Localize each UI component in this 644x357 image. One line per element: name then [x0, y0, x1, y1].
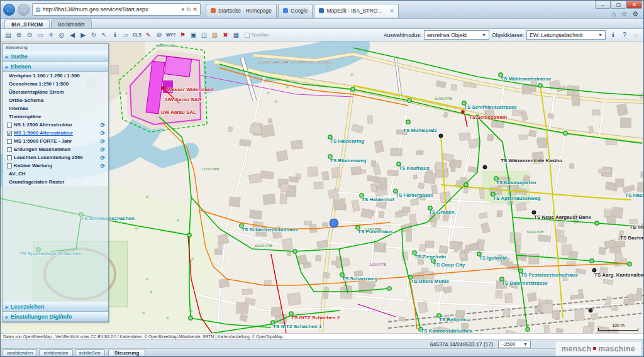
maximize-button[interactable]: ▢ [611, 1, 626, 9]
chart-columns-icon[interactable]: ▥ [210, 30, 220, 40]
home-icon[interactable]: ⌂ [612, 10, 616, 18]
full-extent-icon[interactable]: ◎ [57, 30, 67, 40]
print-icon[interactable]: ▣ [189, 30, 199, 40]
url-text[interactable]: http://iba138/mum.geo.services/Start.asp… [43, 6, 180, 13]
objektklasse-label: Objektklasse: [492, 32, 524, 38]
app-tab-row: IBA_STROMBookmarks [1, 19, 643, 29]
panel-title: Steuerung [3, 44, 108, 52]
layer-checkbox-icon[interactable] [7, 139, 12, 144]
refresh-icon[interactable]: ↻ [186, 6, 191, 13]
back-button[interactable]: ← [3, 4, 15, 16]
auswahlmodus-dropdown[interactable]: einzelnes Objekt▼ [424, 30, 489, 40]
help-icon[interactable]: ? [619, 30, 630, 40]
tab-close-icon[interactable]: ✕ [390, 8, 394, 14]
scale-dropdown[interactable]: ~2500▼ [498, 341, 531, 348]
close-button[interactable]: ✕ [626, 1, 642, 9]
browser-titlebar: ← → ▤ http://iba138/mum.geo.services/Sta… [1, 1, 643, 19]
browser-tab-google[interactable]: Google [278, 4, 313, 18]
zoom-in-icon[interactable]: ⊕ [14, 30, 24, 40]
expand-arrow-icon: ▸ [6, 314, 8, 320]
address-bar[interactable]: ▤ http://iba138/mum.geo.services/Start.a… [32, 3, 201, 16]
app-tab-iba-strom[interactable]: IBA_STROM [4, 19, 50, 28]
chevron-down-icon: ▼ [598, 33, 602, 37]
browser-window: ← → ▤ http://iba138/mum.geo.services/Sta… [0, 0, 644, 357]
objektklasse-dropdown[interactable]: EW: Leitungsabschnitt▼ [526, 30, 606, 40]
sidebar-item-geoschema-1-250-1-500[interactable]: Geoschema 1:250 / 1:500 [3, 80, 108, 88]
refresh-map-icon[interactable]: ↻ [89, 30, 99, 40]
layer-checkbox-icon[interactable]: ✓ [7, 131, 12, 136]
layer-checkbox-icon[interactable] [7, 123, 12, 128]
zoom-out-icon[interactable]: ⊖ [25, 30, 35, 40]
select-arrow-icon[interactable]: ↖ [99, 30, 109, 40]
sidebar-header-suche[interactable]: ▸Suche [3, 52, 108, 62]
layers-icon[interactable]: ▦ [231, 30, 242, 40]
coordinates-display: 645374.34/249533.17 (17) [430, 341, 493, 348]
cls-button[interactable]: CLS [131, 30, 143, 40]
footer-buttons: ausblendeneinblendenschließen [3, 349, 105, 356]
sidebar-item-themenpläne[interactable]: Themenpläne [3, 113, 108, 121]
sidebar-layer-erdungen-massnahmen[interactable]: Erdungen Massnahmen⟳ [3, 145, 108, 153]
address-dropdown-icon[interactable]: ▾ [181, 6, 184, 13]
identify-icon[interactable]: ℹ [608, 30, 618, 40]
minimize-button[interactable]: – [595, 1, 611, 9]
layer-refresh-icon[interactable]: ⟳ [100, 122, 105, 128]
layer-refresh-icon[interactable]: ⟳ [100, 130, 105, 136]
info-icon[interactable]: ℹ [110, 30, 120, 40]
sidebar-header-ebenen[interactable]: ▸Ebenen [3, 62, 108, 72]
flag-icon[interactable]: ⚑ [178, 30, 188, 40]
steuerung-tab-button[interactable]: Steuerung [108, 349, 146, 356]
pan-icon[interactable]: ✛ [46, 30, 56, 40]
schließen-button[interactable]: schließen [75, 349, 105, 356]
sidebar-item-ortho-schema[interactable]: Ortho-Schema [3, 96, 108, 104]
layer-checkbox-icon[interactable] [7, 147, 12, 152]
ausblenden-button[interactable]: ausblenden [3, 349, 37, 356]
layer-checkbox-icon[interactable] [7, 163, 12, 168]
checkbox-icon[interactable] [245, 33, 250, 38]
sidebar-layer-ns-1-2500-altersstruktur[interactable]: NS 1:2500 Altersstruktur⟳ [3, 121, 108, 129]
next-view-icon[interactable]: ▶ [78, 30, 88, 40]
sidebar-layer-ms-1-5000-altersstruktur[interactable]: ✓MS 1:5000 Altersstruktur⟳ [3, 129, 108, 137]
browser-tab-mapedit-iba-strom-win32[interactable]: MapEdit - IBA_STROM Win32✕ [314, 4, 399, 18]
einblenden-button[interactable]: einblenden [39, 349, 72, 356]
sidebar-item-internas[interactable]: Internas [3, 104, 108, 113]
favorites-star-icon[interactable]: ☆ [621, 10, 627, 18]
stop-icon[interactable]: ✕ [192, 6, 197, 13]
close-red-icon[interactable]: ✖ [221, 30, 231, 40]
redline-pencil-icon[interactable]: ✎ [143, 30, 153, 40]
erase-icon[interactable]: ⊘ [154, 30, 164, 40]
window-controls: –▢✕ [595, 1, 642, 9]
sidebar-item-werkplan-1-100-1-250-1-500[interactable]: Werkplan 1:100 / 1:250 / 1:500 [3, 72, 108, 80]
page-icon[interactable]: ▤ [3, 30, 13, 40]
previous-view-icon[interactable]: ◀ [67, 30, 77, 40]
browser-tab-startseite-homepage[interactable]: Startseite - Homepage [206, 4, 277, 18]
save-icon[interactable]: ◫ [199, 30, 209, 40]
layer-refresh-icon[interactable]: ⟳ [100, 146, 105, 153]
toolbar-icons: ▤⊕⊖▭✛◎◀▶↻↖ℹ▱CLS✎⊘WY?⚑▣◫▥✖▦ [3, 30, 242, 40]
measure-icon[interactable]: ▱ [121, 30, 131, 40]
zoom-window-icon[interactable]: ▭ [35, 30, 45, 40]
app-tab-bookmarks[interactable]: Bookmarks [51, 19, 92, 28]
tools-gear-icon[interactable]: ⚙ [632, 10, 638, 18]
toomax-checkbox[interactable]: TooMax [245, 32, 269, 38]
chevron-down-icon: ▼ [523, 342, 528, 346]
layer-refresh-icon[interactable]: ⟳ [100, 155, 105, 161]
sidebar-layer-ms-1-5000-forte-jahr[interactable]: MS 1:5000 FORTE - Jahr⟳ [3, 137, 108, 145]
sidebar-item-av-ch[interactable]: AV_CH [3, 170, 108, 178]
layer-refresh-icon[interactable]: ⟳ [100, 163, 105, 169]
sidebar-item-übersichtspläne-strom[interactable]: Übersichtspläne Strom [3, 88, 108, 96]
sidebar-header-lesezeichen[interactable]: ▸Lesezeichen [3, 302, 108, 312]
wy-button[interactable]: WY? [165, 30, 177, 40]
logo-red-square [593, 347, 596, 350]
sidebar-item-grundlagedaten-raster[interactable]: Grundlagedaten Raster [3, 178, 108, 186]
layer-refresh-icon[interactable]: ⟳ [100, 138, 105, 145]
attribution-text: Daten von OpenStreetMap - Veröffentlicht… [3, 334, 283, 339]
page-favicon: ▤ [35, 6, 41, 13]
sidebar-layer-leuchten-loseinteilung-2500[interactable]: Leuchten Loseinteilung 2500⟳ [3, 153, 108, 162]
tip-lightbulb-icon[interactable]: ☼ [631, 30, 641, 40]
sidebar-layer-kabine-wartung[interactable]: Kabine Wartung⟳ [3, 162, 108, 170]
forward-button[interactable]: → [18, 4, 30, 16]
sidebar-items: ▸Suche▸EbenenWerkplan 1:100 / 1:250 / 1:… [3, 52, 108, 322]
browser-tabs: Startseite - HomepageGoogleMapEdit - IBA… [206, 2, 399, 18]
layer-checkbox-icon[interactable] [7, 155, 12, 160]
sidebar-header-einstellungen-digi-info[interactable]: ▸Einstellungen Digi/Info [3, 312, 108, 322]
